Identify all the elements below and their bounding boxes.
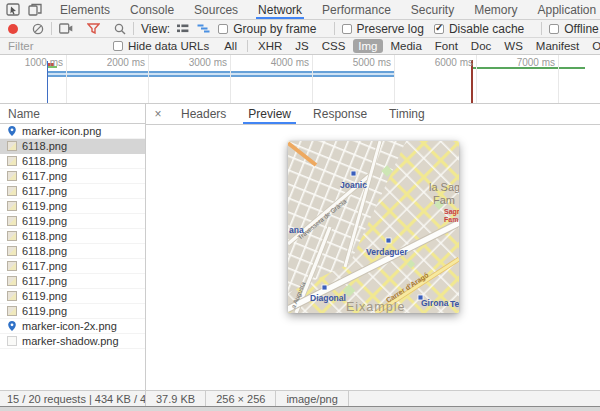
group-by-frame-checkbox[interactable] (218, 24, 228, 34)
resource-type-filter-css[interactable]: CSS (317, 39, 351, 53)
resource-type-filter-media[interactable]: Media (386, 39, 427, 53)
divider (51, 22, 52, 35)
resource-type-filter-font[interactable]: Font (430, 39, 463, 53)
request-name: 6119.png (22, 290, 67, 302)
detail-tab-response[interactable]: Response (302, 104, 378, 124)
capture-screenshots-icon[interactable] (59, 23, 73, 34)
request-row[interactable]: 6117.png (0, 259, 145, 274)
request-name: 6117.png (22, 275, 67, 287)
resource-type-filter-js[interactable]: JS (290, 39, 313, 53)
image-preview: Joanic Verdaguer Diagonal Girona Tet ana… (288, 141, 459, 313)
device-toolbar-icon[interactable] (28, 3, 42, 16)
tab-sources[interactable]: Sources (184, 0, 248, 19)
image-thumbnail-icon (7, 186, 17, 196)
request-name: 6117.png (22, 260, 67, 272)
resource-type-filter-xhr[interactable]: XHR (253, 39, 287, 53)
divider (133, 22, 134, 35)
shadow-thumbnail-icon (7, 336, 17, 346)
image-thumbnail-icon (7, 261, 17, 271)
resource-type-filter-all[interactable]: All (219, 39, 242, 53)
filter-icon[interactable] (87, 23, 100, 34)
tab-application[interactable]: Application (528, 0, 600, 19)
filter-bar: Hide data URLs AllXHRJSCSSImgMediaFontDo… (0, 38, 600, 55)
close-detail-icon[interactable]: × (146, 104, 170, 124)
request-name: 6117.png (22, 185, 67, 197)
disable-cache-checkbox[interactable] (434, 24, 444, 34)
detail-tab-timing[interactable]: Timing (378, 104, 436, 124)
request-row[interactable]: 6117.png (0, 184, 145, 199)
resource-type-filter-doc[interactable]: Doc (466, 39, 496, 53)
map-label: Joanic (340, 180, 367, 190)
preserve-log-checkbox[interactable] (342, 24, 352, 34)
request-row[interactable]: 6118.png (0, 244, 145, 259)
request-row[interactable]: 6118.png (0, 154, 145, 169)
request-row[interactable]: 6118.png (0, 139, 145, 154)
tab-security[interactable]: Security (401, 0, 464, 19)
timeline-tick-label: 1000 ms (0, 57, 63, 68)
request-detail-pane: × HeadersPreviewResponseTiming (146, 104, 600, 390)
name-column-header[interactable]: Name (0, 104, 145, 124)
request-name: marker-shadow.png (22, 335, 119, 347)
offline-checkbox[interactable] (549, 24, 559, 34)
offline-label[interactable]: Offline (564, 22, 598, 36)
request-name: 6118.png (22, 155, 67, 167)
mime-type: image/png (276, 391, 348, 406)
preserve-log-label[interactable]: Preserve log (357, 22, 424, 36)
image-thumbnail-icon (7, 201, 17, 211)
group-by-frame-label[interactable]: Group by frame (233, 22, 316, 36)
timeline-gridline (476, 55, 477, 103)
image-thumbnail-icon (7, 231, 17, 241)
hide-data-urls-checkbox[interactable] (113, 41, 123, 51)
clear-network-log-icon[interactable] (32, 23, 44, 35)
map-label: Diagonal (310, 293, 346, 303)
resource-type-filter-other[interactable]: Other (587, 39, 600, 53)
large-request-rows-icon[interactable] (176, 23, 189, 34)
marker-pin-icon (7, 321, 17, 331)
timeline-gridline (558, 55, 559, 103)
image-thumbnail-icon (7, 276, 17, 286)
disable-cache-label[interactable]: Disable cache (449, 22, 524, 36)
resource-type-filter-ws[interactable]: WS (499, 39, 528, 53)
timeline-gridline (66, 55, 67, 103)
tab-network[interactable]: Network (248, 0, 312, 19)
resource-type-filter-manifest[interactable]: Manifest (531, 39, 584, 53)
request-row[interactable]: 6119.png (0, 199, 145, 214)
request-row[interactable]: marker-icon.png (0, 124, 145, 139)
request-row[interactable]: marker-icon-2x.png (0, 319, 145, 334)
request-row[interactable]: 6118.png (0, 229, 145, 244)
request-name: 6118.png (22, 140, 67, 152)
detail-tab-preview[interactable]: Preview (237, 104, 302, 124)
request-name: 6117.png (22, 170, 67, 182)
divider (247, 40, 248, 52)
inspect-element-icon[interactable] (6, 3, 20, 16)
tab-elements[interactable]: Elements (50, 0, 120, 19)
search-icon[interactable] (114, 23, 126, 35)
record-network-log-icon[interactable] (8, 24, 18, 34)
request-row[interactable]: 6117.png (0, 169, 145, 184)
filter-input[interactable] (8, 40, 113, 52)
detail-tab-headers[interactable]: Headers (170, 104, 237, 124)
request-name: 6119.png (22, 305, 67, 317)
request-row[interactable]: 6119.png (0, 289, 145, 304)
map-tile-image: Joanic Verdaguer Diagonal Girona Tet ana… (288, 141, 459, 313)
divider (541, 22, 542, 35)
request-row[interactable]: marker-shadow.png (0, 334, 145, 349)
preview-panel: Joanic Verdaguer Diagonal Girona Tet ana… (146, 125, 600, 390)
map-label: la Sag (429, 181, 459, 193)
request-row[interactable]: 6119.png (0, 214, 145, 229)
show-overview-icon[interactable] (197, 23, 210, 34)
resource-type-filter-img[interactable]: Img (353, 39, 382, 53)
metro-icon (386, 238, 391, 243)
detail-tabbar: × HeadersPreviewResponseTiming (146, 104, 600, 125)
request-row[interactable]: 6119.png (0, 304, 145, 319)
hide-data-urls-label[interactable]: Hide data URLs (128, 40, 209, 52)
map-label: Girona (421, 298, 449, 308)
network-overview-timeline[interactable]: 1000 ms2000 ms3000 ms4000 ms5000 ms6000 … (0, 55, 600, 104)
request-row[interactable]: 6117.png (0, 274, 145, 289)
image-thumbnail-icon (7, 291, 17, 301)
image-thumbnail-icon (7, 141, 17, 151)
image-thumbnail-icon (7, 171, 17, 181)
tab-console[interactable]: Console (120, 0, 184, 19)
tab-performance[interactable]: Performance (312, 0, 401, 19)
tab-memory[interactable]: Memory (464, 0, 527, 19)
